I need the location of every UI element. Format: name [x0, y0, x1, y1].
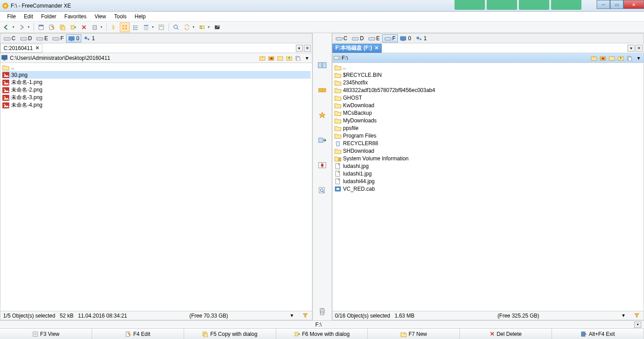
filter-icon[interactable]: [634, 312, 641, 319]
f3-view-button[interactable]: F3 View: [0, 329, 92, 339]
multirename-button[interactable]: [197, 22, 207, 32]
swap-panes-button[interactable]: [317, 60, 328, 71]
search-button[interactable]: [171, 22, 181, 32]
favorites-button[interactable]: [317, 110, 328, 121]
drive-desktop[interactable]: 0: [398, 34, 413, 42]
file-row[interactable]: Program Files: [334, 132, 643, 139]
tab-close-icon[interactable]: ✕: [375, 45, 379, 51]
sync-dropdown[interactable]: ▾: [193, 25, 196, 29]
tab-dropdown-button[interactable]: ▾: [627, 45, 635, 52]
tab-dropdown-button[interactable]: ▾: [296, 45, 303, 52]
menu-tools[interactable]: Tools: [110, 13, 130, 21]
parent-folder-row[interactable]: ..: [2, 63, 311, 71]
f5-copy-button[interactable]: F5 Copy with dialog: [184, 329, 276, 339]
drive-d[interactable]: D: [18, 34, 34, 42]
left-tab[interactable]: C:20160411 ✕: [0, 44, 42, 53]
drive-d[interactable]: D: [349, 34, 366, 42]
folder-fav-icon[interactable]: [258, 54, 266, 62]
file-row[interactable]: 未命名-1.png: [2, 79, 311, 86]
recycle-bin-button[interactable]: [317, 306, 328, 317]
drive-f[interactable]: F: [50, 34, 66, 42]
left-filelist[interactable]: .. 30.png 未命名-1.png 未命名-2.png 未命名-3.png …: [0, 63, 312, 311]
details-view-button[interactable]: [141, 22, 151, 32]
bottom-path-dropdown[interactable]: ▾: [634, 322, 641, 328]
sync-button[interactable]: [182, 22, 192, 32]
menu-favorites[interactable]: Favorites: [61, 13, 90, 21]
wipe-button[interactable]: [90, 22, 100, 32]
tree-view-button[interactable]: [109, 22, 119, 32]
f6-move-button[interactable]: F6 Move with dialog: [276, 329, 368, 339]
del-delete-button[interactable]: ✕ Del Delete: [460, 329, 552, 339]
folder-red-icon[interactable]: [599, 54, 607, 62]
alt-f4-exit-button[interactable]: Alt+F4 Exit: [552, 329, 644, 339]
file-row[interactable]: SHDownload: [334, 147, 643, 155]
file-row[interactable]: System Volume Information: [334, 155, 643, 162]
delete-button[interactable]: ✕: [79, 22, 89, 32]
file-row[interactable]: ludashi.jpg: [334, 162, 643, 170]
right-tab[interactable]: F:本地磁盘 (F:) ✕: [333, 44, 382, 53]
copy-path-icon[interactable]: [626, 54, 634, 62]
file-row[interactable]: ludashi44.jpg: [334, 177, 643, 185]
copy-path-icon[interactable]: [294, 54, 302, 62]
forward-dropdown[interactable]: ▾: [28, 25, 31, 29]
file-row[interactable]: MyDownloads: [334, 117, 643, 124]
drive-network[interactable]: 1: [413, 34, 429, 42]
file-row[interactable]: 30.png: [2, 71, 311, 79]
large-icons-button[interactable]: [120, 22, 130, 32]
file-row[interactable]: GHOST: [334, 94, 643, 101]
search-panel-button[interactable]: [317, 185, 328, 196]
file-row[interactable]: 未命名-4.png: [2, 101, 311, 109]
drive-f[interactable]: F: [382, 34, 398, 42]
file-row[interactable]: 2345hotfix: [334, 79, 643, 86]
forward-button[interactable]: [17, 22, 27, 32]
tab-close-all-button[interactable]: ✕: [636, 45, 643, 52]
edit-file-button[interactable]: [47, 22, 57, 32]
back-dropdown[interactable]: ▾: [13, 25, 16, 29]
status-dropdown-icon[interactable]: ▾: [290, 312, 298, 319]
tab-close-all-button[interactable]: ✕: [304, 45, 311, 52]
folder-up-icon[interactable]: [285, 54, 293, 62]
tab-close-icon[interactable]: ✕: [35, 45, 39, 51]
view-dropdown[interactable]: ▾: [152, 25, 156, 29]
file-row[interactable]: 未命名-2.png: [2, 86, 311, 94]
close-button[interactable]: ✕: [623, 0, 644, 9]
quick-view-button[interactable]: [156, 22, 166, 32]
file-row[interactable]: KwDownload: [334, 101, 643, 109]
filter-icon[interactable]: [302, 312, 309, 319]
back-button[interactable]: [2, 22, 12, 32]
copy-button[interactable]: [58, 22, 67, 32]
drive-network[interactable]: 1: [81, 34, 97, 42]
path-dropdown-icon[interactable]: ▾: [303, 54, 311, 62]
wipe-dropdown[interactable]: ▾: [101, 25, 104, 29]
file-row[interactable]: 未命名-3.png: [2, 94, 311, 101]
equal-panes-button[interactable]: [317, 85, 328, 96]
drive-e[interactable]: E: [34, 34, 50, 42]
f4-edit-button[interactable]: F4 Edit: [92, 329, 184, 339]
folder-fav-icon[interactable]: [590, 54, 598, 62]
compare-button[interactable]: [317, 160, 328, 171]
file-row[interactable]: 483322adf10b578072bf9456ec003ab4: [334, 86, 643, 94]
list-view-button[interactable]: [130, 22, 140, 32]
file-row[interactable]: VC_RED.cab: [334, 185, 643, 193]
menu-edit[interactable]: Edit: [20, 13, 37, 21]
path-dropdown-icon[interactable]: ▾: [635, 54, 643, 62]
menu-folder[interactable]: Folder: [38, 13, 60, 21]
right-pathbar[interactable]: F:\ ▾: [333, 53, 644, 63]
move-button[interactable]: [68, 22, 78, 32]
file-row[interactable]: $RECYCLE.BIN: [334, 71, 643, 79]
folder-red-icon[interactable]: [267, 54, 275, 62]
file-row[interactable]: RECYCLER88: [334, 139, 643, 147]
maximize-button[interactable]: ▭: [610, 0, 623, 9]
parent-folder-row[interactable]: ..: [334, 63, 643, 71]
status-dropdown-icon[interactable]: ▾: [622, 312, 629, 319]
drive-desktop[interactable]: 0: [66, 34, 82, 42]
copy-right-button[interactable]: [317, 135, 328, 146]
menu-file[interactable]: File: [4, 13, 19, 21]
file-row[interactable]: ludashi1.jpg: [334, 170, 643, 177]
minimize-button[interactable]: ─: [597, 0, 610, 9]
drive-c[interactable]: C: [333, 34, 350, 42]
drive-e[interactable]: E: [366, 34, 382, 42]
left-pathbar[interactable]: C:\Users\Administrator\Desktop\20160411 …: [0, 53, 312, 63]
multirename-dropdown[interactable]: ▾: [208, 25, 211, 29]
menu-view[interactable]: View: [91, 13, 109, 21]
